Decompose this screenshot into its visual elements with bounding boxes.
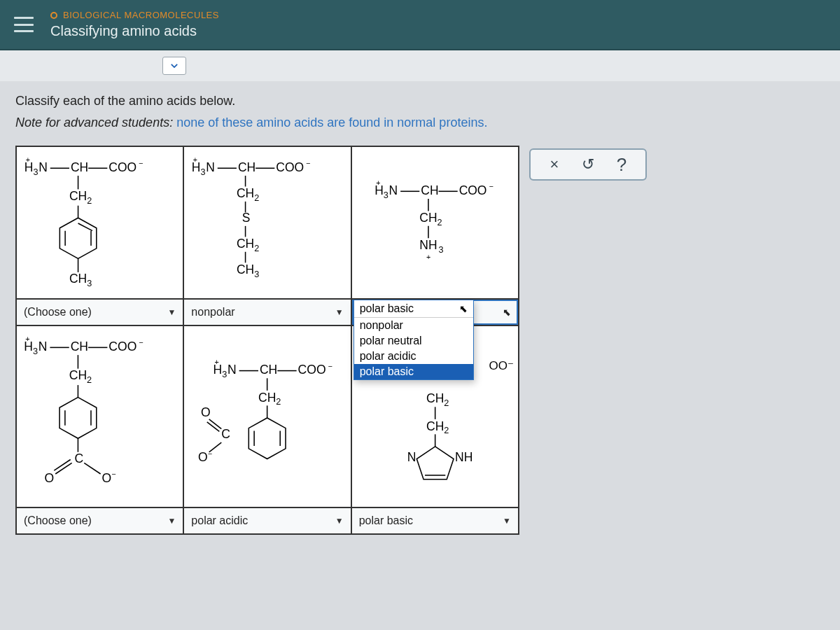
header-text: BIOLOGICAL MACROMOLECULES Classifying am… [50, 10, 219, 39]
breadcrumb: BIOLOGICAL MACROMOLECULES [50, 10, 219, 20]
svg-text:S: S [242, 211, 251, 225]
structure-4: + H3N CH COO− CH2 [21, 330, 178, 503]
svg-text:3: 3 [223, 370, 227, 379]
svg-text:+: + [426, 253, 430, 261]
help-icon: ? [617, 154, 626, 176]
svg-marker-109 [416, 447, 454, 479]
reset-button[interactable]: ↺ [578, 154, 598, 175]
structure-cell-1: + H3N CH COO− CH2 [16, 146, 183, 299]
svg-text:O: O [201, 405, 211, 419]
question-prompt: Classify each of the amino acids below. [15, 94, 825, 108]
svg-text:−: − [139, 159, 143, 167]
svg-text:COO: COO [298, 363, 326, 377]
svg-text:−: − [328, 362, 332, 370]
classification-dropdown: polar basic ⬉ nonpolar polar neutral pol… [354, 300, 474, 380]
svg-text:3: 3 [201, 167, 206, 177]
svg-text:3: 3 [87, 279, 92, 288]
svg-text:CH: CH [69, 189, 87, 203]
svg-text:H: H [214, 363, 223, 377]
svg-text:CH: CH [237, 262, 254, 276]
svg-text:H: H [24, 340, 33, 354]
svg-text:N: N [407, 450, 416, 464]
work-row: + H3N CH COO− CH2 [15, 146, 825, 535]
svg-text:COO: COO [458, 183, 486, 197]
cursor-icon: ⬉ [459, 303, 468, 314]
svg-text:O: O [198, 450, 208, 464]
svg-text:−: − [306, 159, 310, 167]
triangle-down-icon: ▼ [167, 516, 176, 526]
triangle-down-icon: ▼ [335, 307, 344, 317]
svg-text:2: 2 [276, 397, 281, 407]
svg-text:CH: CH [237, 237, 254, 251]
note-rest: none of these amino acids are found in n… [173, 115, 487, 130]
svg-text:3: 3 [438, 245, 443, 255]
chevron-down-icon [169, 61, 179, 71]
svg-text:N: N [388, 183, 398, 197]
dropdown-option-nonpolar[interactable]: nonpolar [354, 318, 473, 333]
svg-text:CH: CH [69, 272, 87, 286]
svg-text:H: H [24, 160, 34, 174]
dropdown-option-polar-acidic[interactable]: polar acidic [354, 349, 473, 364]
svg-text:3: 3 [383, 190, 388, 200]
dropdown-option-polar-basic[interactable]: polar basic [354, 364, 473, 379]
structure-5: + H3N CH COO− CH2 [188, 330, 346, 503]
select-cell-5: polar acidic ▼ [183, 507, 351, 534]
grid-row-structures-1: + H3N CH COO− CH2 [16, 146, 519, 299]
svg-text:N: N [227, 363, 237, 377]
svg-text:NH: NH [419, 238, 437, 252]
triangle-down-icon: ▼ [167, 307, 176, 317]
svg-text:2: 2 [444, 398, 449, 408]
svg-text:CH: CH [421, 183, 438, 197]
svg-text:−: − [489, 182, 493, 190]
classification-select-4[interactable]: (Choose one) ▼ [17, 508, 183, 533]
clear-button[interactable]: × [544, 154, 565, 175]
select-cell-6: polar basic ▼ [351, 507, 519, 534]
sub-toolbar [0, 50, 840, 81]
svg-text:C: C [75, 451, 84, 465]
svg-text:COO: COO [108, 160, 136, 174]
svg-text:−: − [111, 470, 115, 478]
structure-cell-3: + H3N CH COO− CH2 NH3 + [351, 146, 519, 299]
svg-text:COO: COO [276, 160, 304, 174]
select-cell-2: nonpolar ▼ [183, 299, 351, 326]
dropdown-current[interactable]: polar basic ⬉ [354, 300, 473, 318]
select-label: nonpolar [191, 306, 234, 318]
structure-cell-2: + H3N CH COO− CH2 S CH2 [183, 146, 351, 299]
triangle-down-icon: ▼ [335, 516, 344, 526]
select-label: polar acidic [191, 514, 248, 527]
svg-text:−: − [139, 338, 143, 346]
svg-text:2: 2 [87, 375, 92, 385]
classification-select-6[interactable]: polar basic ▼ [352, 508, 518, 533]
svg-text:2: 2 [444, 426, 449, 435]
svg-text:3: 3 [33, 346, 38, 356]
amino-acid-grid: + H3N CH COO− CH2 [15, 146, 519, 535]
classification-select-1[interactable]: (Choose one) ▼ [17, 300, 183, 325]
classification-select-2[interactable]: nonpolar ▼ [184, 300, 350, 325]
select-label: (Choose one) [24, 306, 92, 318]
svg-text:C: C [222, 427, 231, 441]
select-cell-4: (Choose one) ▼ [16, 507, 183, 534]
help-button[interactable]: ? [611, 154, 632, 175]
select-label: (Choose one) [24, 514, 92, 527]
question-note: Note for advanced students: none of thes… [15, 115, 825, 130]
menu-icon[interactable] [14, 17, 34, 32]
svg-text:−: − [208, 449, 212, 458]
svg-text:3: 3 [33, 167, 38, 177]
svg-text:2: 2 [437, 218, 442, 227]
cursor-icon: ⬉ [503, 307, 511, 318]
svg-text:N: N [38, 160, 48, 174]
svg-text:CH: CH [237, 186, 254, 200]
structure-2: + H3N CH COO− CH2 S CH2 [188, 151, 346, 294]
app-header: BIOLOGICAL MACROMOLECULES Classifying am… [0, 0, 840, 50]
svg-text:CH: CH [419, 211, 437, 225]
structure-1: + H3N CH COO− CH2 [21, 151, 178, 294]
svg-text:O: O [45, 471, 55, 485]
svg-text:NH: NH [455, 450, 472, 464]
svg-text:2: 2 [255, 193, 260, 203]
expand-button[interactable] [162, 57, 186, 75]
svg-text:CH: CH [426, 419, 444, 433]
classification-select-5[interactable]: polar acidic ▼ [184, 508, 350, 533]
svg-text:2: 2 [255, 244, 260, 253]
svg-text:CH: CH [238, 160, 255, 174]
dropdown-option-polar-neutral[interactable]: polar neutral [354, 333, 473, 349]
